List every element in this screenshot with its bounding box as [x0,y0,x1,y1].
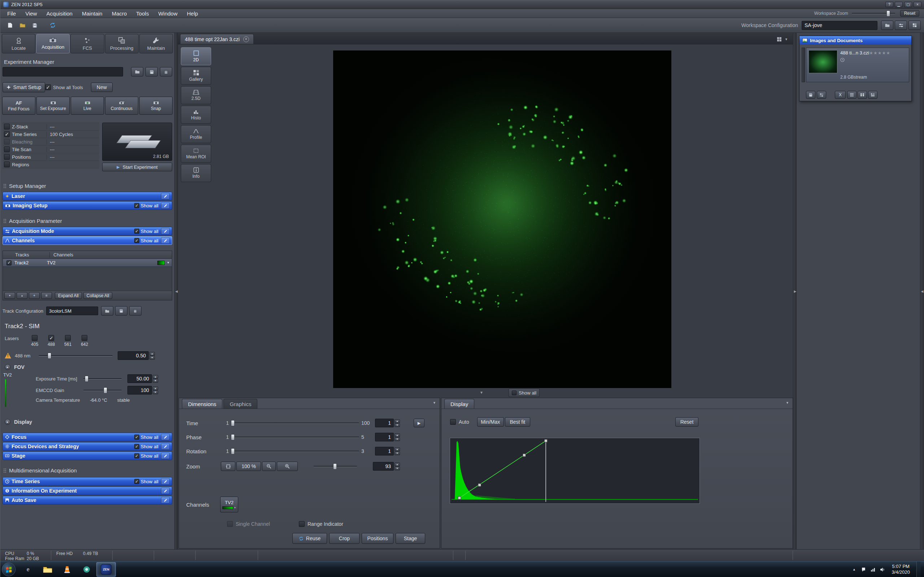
gain-slider[interactable] [83,387,122,394]
exposure-spinbox[interactable]: 50.00 [128,374,158,383]
tab-acquisition[interactable]: Acquisition [36,34,69,53]
time-series-checkbox[interactable] [4,131,10,137]
edit-imaging-setup-button[interactable] [161,202,170,209]
laser-488-checkbox[interactable] [48,335,54,341]
move-up-button[interactable] [16,292,27,299]
add-track-button[interactable]: + [29,292,40,299]
taskbar-media-button[interactable] [57,562,77,577]
time-spinbox[interactable]: 1 [375,419,400,427]
tool-acquisition-mode[interactable]: Acquisition Mode Show all [3,227,172,235]
phase-spinbox[interactable]: 1 [375,433,400,442]
view-gallery-button[interactable]: Gallery [181,67,211,85]
range-indicator-checkbox[interactable] [299,521,305,527]
edit-focus-devices-button[interactable] [161,443,170,450]
tool-stage[interactable]: Stage Show all [3,451,172,460]
tool-imaging-setup[interactable]: Imaging Setup Show all [3,201,172,210]
edit-channels-button[interactable] [161,237,170,244]
workspace-settings-button[interactable] [895,21,907,30]
menu-file[interactable]: File [3,10,21,17]
rating-stars[interactable]: ★★★★★ [869,50,890,56]
imaging-setup-show-all-checkbox[interactable] [134,203,139,208]
open-experiment-button[interactable] [131,67,143,76]
experiment-name-input[interactable] [3,67,123,76]
edit-stage-button[interactable] [161,453,170,459]
channels-show-all-checkbox[interactable] [134,238,139,243]
save-experiment-button[interactable] [145,67,158,76]
stage-button[interactable]: Stage [396,533,425,544]
edit-focus-button[interactable] [161,434,170,440]
gain-spinbox[interactable]: 100 [128,386,158,395]
positions-checkbox[interactable] [4,154,10,160]
taskbar-clock[interactable]: 5:07 PM 3/4/2020 [888,564,913,575]
view-profile-button[interactable]: Profile [181,125,211,143]
view-details-button[interactable] [868,91,877,99]
tray-network-icon[interactable] [870,567,876,572]
tab-dimensions[interactable]: Dimensions [182,399,222,409]
tray-volume-icon[interactable] [879,567,885,572]
new-document-button[interactable] [4,21,16,30]
live-button[interactable]: Live [71,97,104,115]
panel-dropdown-icon[interactable] [786,401,789,405]
time-series-show-all-checkbox[interactable] [134,479,139,484]
fov-icon[interactable]: ▸ [5,364,10,370]
workspace-layout-button[interactable] [908,21,921,30]
tool-channels[interactable]: Channels Show all [3,236,172,245]
menu-macro[interactable]: Macro [107,10,132,17]
single-channel-checkbox[interactable] [227,521,233,527]
load-track-config-button[interactable] [101,306,113,316]
show-desktop-button[interactable] [916,561,921,577]
tab-processing[interactable]: Processing [105,34,139,53]
display-histogram[interactable] [450,438,700,504]
reuse-button[interactable]: Reuse [292,533,327,544]
track-row[interactable]: Track2 TV2 [3,259,172,267]
edit-auto-save-button[interactable] [161,497,170,503]
menu-tools[interactable]: Tools [131,10,153,17]
tab-display[interactable]: Display [444,399,474,409]
time-slider[interactable] [231,419,359,427]
open-button[interactable] [16,21,29,30]
tray-action-center-icon[interactable] [861,567,866,572]
taskbar-zen-button[interactable]: ZEN [96,562,116,577]
menu-help[interactable]: Help [182,10,203,17]
tool-time-series[interactable]: Time Series Show all [3,477,172,486]
workspace-configuration-input[interactable] [802,21,877,30]
phase-slider[interactable] [231,434,359,441]
image-properties-button[interactable] [817,91,826,99]
delete-track-config-button[interactable] [129,306,142,316]
option-tile-scan[interactable]: Tile Scan --- [3,146,99,153]
edit-acquisition-mode-button[interactable] [161,228,170,234]
channel-color-swatch[interactable] [157,261,165,265]
collapse-panel-icon[interactable] [480,390,483,395]
tool-information[interactable]: Information On Experiment [3,487,172,495]
view-2-5d-button[interactable]: 2.5D [181,86,211,104]
tab-list-dropdown-icon[interactable] [785,37,788,41]
document-tab[interactable]: 488 time opt 22Jan 3.czi [180,34,254,44]
focus-show-all-checkbox[interactable] [134,435,139,440]
taskbar-browser-button[interactable]: e [18,562,38,577]
images-list-scrollbar[interactable] [802,48,805,82]
tile-scan-checkbox[interactable] [4,147,10,152]
new-tool-button[interactable]: New [91,82,113,92]
laser-561-checkbox[interactable] [65,335,71,341]
workspace-open-button[interactable] [881,21,893,30]
option-positions[interactable]: Positions --- [3,153,99,161]
positions-button[interactable]: Positions [362,533,393,544]
crop-button[interactable]: Crop [329,533,360,544]
regions-checkbox[interactable] [4,161,10,167]
image-list-item[interactable]: 488 ti...n 3.czi ★★★★★ 2.8 GB stream [806,48,909,82]
laser-power-slider[interactable] [39,352,113,359]
tool-focus[interactable]: Focus Show all [3,433,172,442]
option-bleaching[interactable]: Bleaching --- [3,138,99,146]
close-document-icon[interactable] [243,36,249,42]
zoom-100-button[interactable]: 100 % [236,462,261,471]
acquisition-mode-show-all-checkbox[interactable] [134,229,139,234]
edit-laser-button[interactable] [161,193,170,200]
minimize-button[interactable]: ▁ [895,2,903,7]
delete-experiment-button[interactable] [160,67,172,76]
track-list-button[interactable]: ≡ [41,292,52,299]
zoom-in-button[interactable] [277,462,298,471]
min-max-button[interactable]: Min/Max [477,417,504,427]
stage-show-all-checkbox[interactable] [134,453,139,458]
laser-power-spinbox[interactable]: 0.50 [118,351,155,360]
menu-acquisition[interactable]: Acquisition [42,10,77,17]
